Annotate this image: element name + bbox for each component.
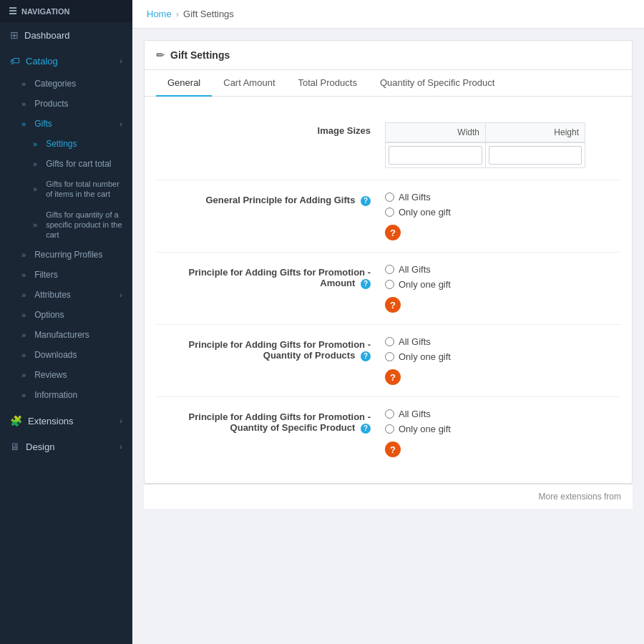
amount-one-gift-option[interactable]: Only one gift <box>385 279 620 290</box>
extensions-chevron-icon: › <box>119 416 122 425</box>
qty-products-all-gifts-radio[interactable] <box>385 337 394 346</box>
design-label: Design <box>26 441 54 452</box>
downloads-label: Downloads <box>34 350 77 360</box>
sidebar-item-downloads[interactable]: Downloads <box>14 345 132 365</box>
tab-cart-amount[interactable]: Cart Amount <box>212 70 286 97</box>
qty-products-all-gifts-option[interactable]: All Gifts <box>385 336 620 347</box>
principle-amount-label: Principle for Adding Gifts for Promotion… <box>156 264 385 289</box>
settings-label: Settings <box>46 139 77 149</box>
gifts-label: Gifts <box>34 119 52 129</box>
qty-products-one-gift-option[interactable]: Only one gift <box>385 351 620 362</box>
content-area: ✏ Gift Settings General Cart Amount Tota… <box>132 29 644 520</box>
sidebar-item-gifts-total-items[interactable]: Gifts for total number of items in the c… <box>27 174 132 205</box>
principle-amount-radio-group: All Gifts Only one gift <box>385 264 620 290</box>
qty-specific-all-gifts-option[interactable]: All Gifts <box>385 409 620 419</box>
tab-total-products[interactable]: Total Products <box>287 70 369 97</box>
dashboard-label: Dashboard <box>24 30 70 41</box>
general-principle-help-icon[interactable]: ? <box>361 196 371 206</box>
sidebar-item-attributes[interactable]: Attributes › <box>14 285 132 305</box>
sidebar: ☰ NAVIGATION ⊞ Dashboard 🏷 Catalog › Cat… <box>0 0 132 644</box>
amount-all-gifts-option[interactable]: All Gifts <box>385 264 620 275</box>
sidebar-item-dashboard[interactable]: ⊞ Dashboard <box>0 22 132 48</box>
amount-one-gift-radio[interactable] <box>385 280 394 289</box>
amount-all-gifts-radio[interactable] <box>385 265 394 274</box>
qty-products-question-badge[interactable]: ? <box>385 369 401 385</box>
sidebar-item-filters[interactable]: Filters <box>14 265 132 285</box>
design-chevron-icon: › <box>119 442 122 451</box>
sidebar-item-products[interactable]: Products <box>14 94 132 114</box>
extensions-label: Extensions <box>28 416 74 426</box>
footer-bar: More extensions from <box>144 484 633 509</box>
general-one-gift-radio[interactable] <box>385 208 394 217</box>
extensions-icon: 🧩 <box>10 415 22 426</box>
products-label: Products <box>34 99 68 109</box>
principle-qty-specific-help-icon[interactable]: ? <box>361 424 371 434</box>
sidebar-item-gifts-quantity[interactable]: Gifts for quantity of a specific product… <box>27 205 132 245</box>
general-all-gifts-option[interactable]: All Gifts <box>385 192 620 203</box>
gifts-cart-total-label: Gifts for cart total <box>46 159 111 169</box>
sidebar-item-extensions[interactable]: 🧩 Extensions › <box>0 408 132 434</box>
width-input-wrap <box>385 142 485 168</box>
principle-qty-products-radio-group: All Gifts Only one gift <box>385 336 620 362</box>
form-section: Image Sizes Width Height <box>145 97 632 483</box>
principle-qty-specific-control: All Gifts Only one gift ? <box>385 409 620 457</box>
recurring-label: Recurring Profiles <box>34 250 102 260</box>
general-principle-question-badge[interactable]: ? <box>385 225 401 240</box>
principle-qty-specific-row: Principle for Adding Gifts for Promotion… <box>156 397 620 469</box>
breadcrumb-current: Gift Settings <box>183 9 234 19</box>
sidebar-item-settings[interactable]: Settings <box>27 134 132 154</box>
breadcrumb: Home › Gift Settings <box>132 0 644 29</box>
gift-settings-panel: ✏ Gift Settings General Cart Amount Tota… <box>144 40 633 484</box>
qty-specific-one-gift-option[interactable]: Only one gift <box>385 424 620 434</box>
width-input[interactable] <box>389 146 482 165</box>
principle-qty-products-row: Principle for Adding Gifts for Promotion… <box>156 325 620 397</box>
sidebar-item-manufacturers[interactable]: Manufacturers <box>14 325 132 345</box>
sidebar-item-options[interactable]: Options <box>14 305 132 325</box>
image-sizes-row: Image Sizes Width Height <box>156 111 620 180</box>
sidebar-item-catalog[interactable]: 🏷 Catalog › <box>0 48 132 74</box>
sidebar-item-categories[interactable]: Categories <box>14 74 132 94</box>
principle-qty-specific-radio-group: All Gifts Only one gift <box>385 409 620 434</box>
image-sizes-headers: Width Height <box>385 122 620 142</box>
sidebar-item-gifts-cart-total[interactable]: Gifts for cart total <box>27 154 132 174</box>
height-input-wrap <box>485 142 585 168</box>
breadcrumb-separator: › <box>176 9 179 19</box>
sidebar-item-reviews[interactable]: Reviews <box>14 365 132 385</box>
tab-quantity-specific[interactable]: Quantity of Specific Product <box>369 70 506 97</box>
general-principle-label: General Principle for Adding Gifts ? <box>156 192 385 206</box>
gifts-chevron-icon: › <box>119 119 122 128</box>
principle-qty-products-label: Principle for Adding Gifts for Promotion… <box>156 336 385 361</box>
panel-header: ✏ Gift Settings <box>145 41 632 70</box>
principle-amount-help-icon[interactable]: ? <box>361 279 371 289</box>
footer-text: More extensions from <box>539 492 621 502</box>
general-one-gift-option[interactable]: Only one gift <box>385 207 620 218</box>
image-sizes-label: Image Sizes <box>156 122 385 136</box>
qty-specific-all-gifts-radio[interactable] <box>385 409 394 419</box>
sidebar-catalog-submenu: Categories Products Gifts › Settings Gif… <box>0 74 132 405</box>
qty-products-one-gift-radio[interactable] <box>385 352 394 361</box>
height-header: Height <box>485 122 585 142</box>
general-principle-row: General Principle for Adding Gifts ? All… <box>156 180 620 253</box>
principle-qty-products-help-icon[interactable]: ? <box>361 351 371 361</box>
width-header: Width <box>385 122 485 142</box>
filters-label: Filters <box>34 270 58 280</box>
sidebar-item-information[interactable]: Information <box>14 385 132 405</box>
amount-question-badge[interactable]: ? <box>385 297 401 313</box>
qty-specific-one-gift-radio[interactable] <box>385 424 394 434</box>
sidebar-item-gifts[interactable]: Gifts › <box>14 114 132 134</box>
gifts-total-items-label: Gifts for total number of items in the c… <box>46 179 122 200</box>
tab-general[interactable]: General <box>156 70 212 97</box>
qty-specific-question-badge[interactable]: ? <box>385 441 401 457</box>
sidebar-item-recurring[interactable]: Recurring Profiles <box>14 245 132 265</box>
gifts-quantity-label: Gifts for quantity of a specific product… <box>46 210 122 240</box>
sidebar-item-design[interactable]: 🖥 Design › <box>0 434 132 459</box>
tabs-bar: General Cart Amount Total Products Quant… <box>145 70 632 97</box>
information-label: Information <box>34 390 77 400</box>
breadcrumb-home[interactable]: Home <box>147 9 172 19</box>
general-all-gifts-radio[interactable] <box>385 192 394 202</box>
principle-qty-specific-label: Principle for Adding Gifts for Promotion… <box>156 409 385 434</box>
pencil-icon: ✏ <box>156 49 165 61</box>
catalog-chevron-icon: › <box>119 57 122 65</box>
height-input[interactable] <box>489 146 582 165</box>
reviews-label: Reviews <box>34 370 67 380</box>
